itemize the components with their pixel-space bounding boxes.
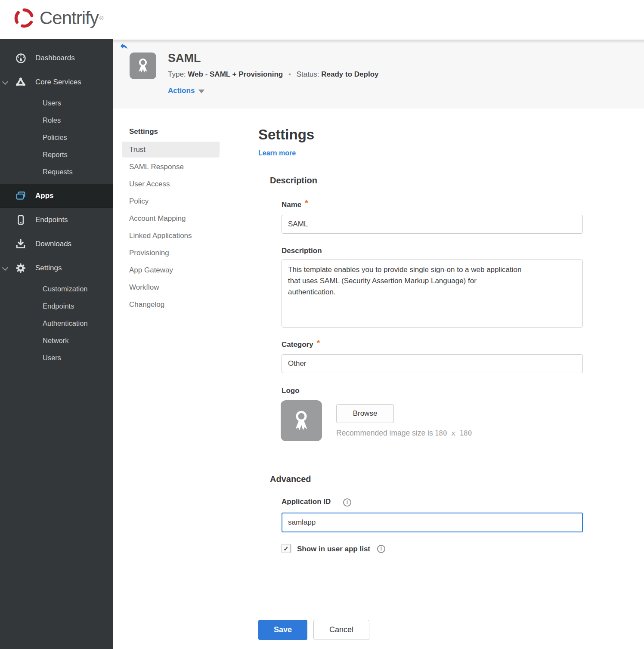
page: Centrify ® Dashboards <box>0 0 644 649</box>
subnav-header: Settings <box>129 127 158 136</box>
actions-menu-button[interactable]: Actions <box>168 87 204 95</box>
category-label: Category* <box>282 340 320 349</box>
core-services-icon <box>14 76 27 89</box>
sidebar-item-roles[interactable]: Roles <box>0 111 113 129</box>
sidebar-item-label: Endpoints <box>0 216 68 224</box>
centrify-logo: Centrify ® <box>13 7 103 29</box>
subnav-item-trust[interactable]: Trust <box>122 142 220 158</box>
show-in-user-app-list-label: Show in user app list <box>297 545 370 553</box>
sidebar-item-policies[interactable]: Policies <box>0 129 113 146</box>
subnav-item-linked-applications[interactable]: Linked Applications <box>122 228 220 244</box>
required-marker: * <box>317 338 320 347</box>
sidebar-item-authentication[interactable]: Authentication <box>0 315 113 332</box>
page-title: Settings <box>258 127 314 143</box>
app-meta: Type: Web - SAML + Provisioning • Status… <box>168 70 378 79</box>
sidebar-item-requests[interactable]: Requests <box>0 163 113 180</box>
info-icon[interactable]: i <box>343 498 351 507</box>
brand-name: Centrify <box>40 8 99 28</box>
app-title: SAML <box>168 52 201 65</box>
sidebar-item-endpoints[interactable]: Endpoints <box>0 208 113 232</box>
advanced-section-heading: Advanced <box>270 474 311 484</box>
chevron-down-icon[interactable] <box>3 266 7 270</box>
name-input[interactable] <box>282 215 583 234</box>
subnav-item-workflow[interactable]: Workflow <box>122 279 220 295</box>
sidebar-item-users[interactable]: Users <box>0 94 113 111</box>
category-input[interactable] <box>282 354 583 373</box>
apps-icon <box>14 189 27 202</box>
logo-hint: Recommended image size is180 x 180 <box>336 429 472 438</box>
subnav-item-saml-response[interactable]: SAML Response <box>122 159 220 175</box>
required-marker: * <box>305 198 308 207</box>
cancel-button[interactable]: Cancel <box>313 620 369 640</box>
sidebar-item-label: Settings <box>0 264 62 272</box>
type-label: Type: <box>168 70 186 78</box>
subnav-item-app-gateway[interactable]: App Gateway <box>122 262 220 278</box>
logo-preview <box>281 400 322 441</box>
show-in-user-app-list-checkbox[interactable]: ✓ <box>282 544 291 553</box>
gear-icon <box>14 262 27 275</box>
ribbon-icon <box>134 56 152 76</box>
sidebar-item-apps[interactable]: Apps <box>0 184 113 208</box>
gauge-icon <box>14 52 27 65</box>
subnav-item-user-access[interactable]: User Access <box>122 176 220 192</box>
sidebar-item-downloads[interactable]: Downloads <box>0 232 113 256</box>
learn-more-link[interactable]: Learn more <box>258 149 296 157</box>
status-label: Status: <box>297 70 319 78</box>
band-shadow <box>113 40 644 43</box>
sidebar-item-customization[interactable]: Customization <box>0 280 113 297</box>
vertical-divider <box>237 133 237 605</box>
top-bar: Centrify ® <box>0 0 644 39</box>
caret-down-icon <box>198 90 204 93</box>
subnav-item-provisioning[interactable]: Provisioning <box>122 245 220 261</box>
sidebar-item-network[interactable]: Network <box>0 332 113 349</box>
info-icon[interactable]: i <box>377 544 385 553</box>
type-value: Web - SAML + Provisioning <box>188 70 283 78</box>
sidebar-item-users-settings[interactable]: Users <box>0 349 113 366</box>
sidebar-item-settings[interactable]: Settings <box>0 256 113 280</box>
sidebar-item-label: Dashboards <box>0 54 75 62</box>
subnav-item-changelog[interactable]: Changelog <box>122 297 220 312</box>
subnav-item-policy[interactable]: Policy <box>122 193 220 209</box>
app-logo-badge <box>130 53 156 79</box>
sidebar-item-endpoints-settings[interactable]: Endpoints <box>0 297 113 315</box>
subnav-item-account-mapping[interactable]: Account Mapping <box>122 210 220 226</box>
sidebar-item-reports[interactable]: Reports <box>0 146 113 163</box>
ribbon-icon <box>289 408 314 434</box>
sidebar-item-label: Downloads <box>0 240 71 248</box>
sidebar: Dashboards Core Services Users Roles Pol… <box>0 38 113 649</box>
name-label: Name* <box>282 200 308 209</box>
sidebar-item-label: Core Services <box>0 78 81 87</box>
meta-separator: • <box>288 70 291 78</box>
sidebar-item-dashboards[interactable]: Dashboards <box>0 46 113 70</box>
sidebar-item-core-services[interactable]: Core Services <box>0 70 113 94</box>
check-icon: ✓ <box>283 545 289 552</box>
back-arrow-icon[interactable] <box>119 41 129 51</box>
browse-button[interactable]: Browse <box>336 404 394 423</box>
description-textarea[interactable]: This template enables you to provide sin… <box>282 260 583 328</box>
centrify-swirl-icon <box>13 7 35 29</box>
logo-hint-size: 180 x 180 <box>435 429 472 437</box>
brand-registered-mark: ® <box>99 15 104 22</box>
logo-label: Logo <box>282 386 300 395</box>
description-label: Description <box>282 247 322 255</box>
description-section-heading: Description <box>270 176 317 185</box>
save-button[interactable]: Save <box>258 620 307 640</box>
app-header: SAML Type: Web - SAML + Provisioning • S… <box>113 40 644 108</box>
download-icon <box>14 238 27 250</box>
application-id-input[interactable] <box>282 513 583 532</box>
application-id-label: Application ID i <box>282 498 351 507</box>
status-value: Ready to Deploy <box>321 70 378 78</box>
device-icon <box>14 213 27 226</box>
chevron-down-icon[interactable] <box>3 80 7 84</box>
